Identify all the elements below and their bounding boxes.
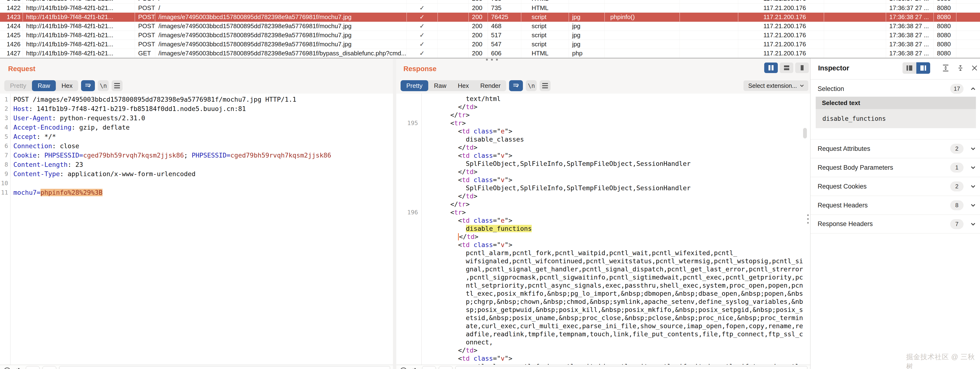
- inspector-section-request-cookies[interactable]: Request Cookies2: [810, 177, 980, 196]
- code-line[interactable]: 196 <tr>: [396, 208, 810, 216]
- code-line[interactable]: </td>: [396, 144, 810, 152]
- code-line[interactable]: ,pcntl_sigprocmask,pcntl_sigwaitinfo,pcn…: [396, 273, 810, 281]
- tab-pretty[interactable]: Pretty: [4, 80, 32, 91]
- code-line[interactable]: 11mochu7=phpinfo%28%29%3B: [0, 188, 393, 197]
- dock-left-button[interactable]: [902, 62, 916, 74]
- search-settings-gear-icon[interactable]: [14, 366, 23, 369]
- code-line[interactable]: SplFileObject,SplFileInfo,SplTempFileObj…: [396, 160, 810, 168]
- code-line[interactable]: 10: [0, 179, 393, 188]
- layout-columns-button[interactable]: [764, 62, 778, 73]
- code-line[interactable]: 195 <tr>: [396, 119, 810, 127]
- chevron-down-icon[interactable]: [968, 162, 978, 173]
- layout-rows-button[interactable]: [780, 62, 793, 73]
- response-scrollbar-thumb[interactable]: [803, 128, 807, 139]
- code-line[interactable]: etsid,&nbsp;posix_uname,&nbsp;proc_close…: [396, 314, 810, 322]
- code-line[interactable]: <td class="e">: [396, 216, 810, 225]
- layout-single-pane-button[interactable]: [795, 62, 809, 73]
- code-line[interactable]: disable_classes: [396, 135, 810, 144]
- word-wrap-toggle-button[interactable]: [509, 80, 523, 91]
- code-line[interactable]: 1POST /images/e7495003bbcd157800895dd782…: [0, 95, 393, 104]
- tab-raw[interactable]: Raw: [428, 80, 452, 91]
- splitter-handle-icon[interactable]: [486, 59, 498, 61]
- table-row[interactable]: 1426http://141fb1b9-7f48-42f1-b21...POST…: [0, 40, 980, 49]
- inspector-section-request-headers[interactable]: Request Headers8: [810, 196, 980, 214]
- code-line[interactable]: 3User-Agent: python-requests/2.31.0: [0, 113, 393, 123]
- code-line[interactable]: disable_functions: [396, 225, 810, 233]
- inspector-section-response-headers[interactable]: Response Headers7: [810, 214, 980, 233]
- code-line[interactable]: text/html: [396, 95, 810, 103]
- table-row[interactable]: 1425http://141fb1b9-7f48-42f1-b21...POST…: [0, 30, 980, 40]
- editor-menu-button[interactable]: [539, 80, 550, 91]
- extension-select-dropdown[interactable]: Select extension...: [743, 80, 808, 91]
- code-line[interactable]: tl_exec,posix_mkfifo,&nbsp;pg_lo_import,…: [396, 289, 810, 298]
- code-line[interactable]: 7Cookie: PHPSESSID=cged79bh59rvqh7kqsm2j…: [0, 150, 393, 160]
- tab-raw[interactable]: Raw: [32, 80, 56, 91]
- code-line[interactable]: </tr>: [396, 111, 810, 119]
- word-wrap-toggle-button[interactable]: [81, 80, 95, 91]
- inspector-section-request-attributes[interactable]: Request Attributes2: [810, 139, 980, 158]
- search-next-button[interactable]: [439, 366, 453, 369]
- table-row[interactable]: 1423http://141fb1b9-7f48-42f1-b21...POST…: [0, 13, 980, 21]
- search-next-button[interactable]: [43, 366, 56, 369]
- vertical-splitter[interactable]: [393, 59, 396, 369]
- dock-right-button[interactable]: [916, 62, 930, 74]
- code-line[interactable]: p;chgrp,&nbsp;chown,&nbsp;chmod,&nbsp;sy…: [396, 298, 810, 306]
- selection-section-header[interactable]: Selection 17: [810, 81, 980, 96]
- chevron-down-icon[interactable]: [968, 200, 978, 211]
- code-line[interactable]: onnect,: [396, 338, 810, 346]
- code-line[interactable]: </tr>: [396, 200, 810, 208]
- tab-hex[interactable]: Hex: [452, 80, 474, 91]
- search-settings-gear-icon[interactable]: [410, 366, 419, 369]
- code-line[interactable]: <td class="e">: [396, 127, 810, 135]
- table-row[interactable]: 1421http://141fb1b9-7f48-42f1-b21...POST…: [0, 0, 980, 3]
- request-editor[interactable]: 1POST /images/e7495003bbcd157800895dd782…: [0, 94, 393, 369]
- code-line[interactable]: 6Connection: close: [0, 141, 393, 150]
- show-newlines-button[interactable]: \n: [98, 80, 109, 91]
- code-line[interactable]: </td>: [396, 103, 810, 111]
- tab-render[interactable]: Render: [474, 80, 506, 91]
- code-line[interactable]: ate,curl_exec,curl_multi_exec,parse_ini_…: [396, 322, 810, 330]
- tab-pretty[interactable]: Pretty: [401, 80, 428, 91]
- code-line[interactable]: pcntl_alarm,pcntl_fork,pcntl_waitpid,pcn…: [396, 249, 810, 257]
- search-options-icon[interactable]: [3, 366, 11, 369]
- tab-hex[interactable]: Hex: [56, 80, 78, 91]
- expand-all-button[interactable]: [940, 63, 951, 73]
- code-line[interactable]: <td class="v">: [396, 152, 810, 160]
- selected-text-value[interactable]: disable_functions: [816, 109, 976, 128]
- code-line[interactable]: 5Accept: */*: [0, 132, 393, 141]
- show-newlines-button[interactable]: \n: [526, 80, 537, 91]
- code-line[interactable]: <td class="v">: [396, 176, 810, 184]
- code-line[interactable]: 9Content-Type: application/x-www-form-ur…: [0, 169, 393, 179]
- code-line[interactable]: wifsignaled,pcntl_wifcontinued,pcntl_wex…: [396, 257, 810, 265]
- table-row[interactable]: 1424http://141fb1b9-7f48-42f1-b21...POST…: [0, 21, 980, 30]
- code-line[interactable]: </td>: [396, 192, 810, 200]
- code-line[interactable]: sp;posix_getpwuid,&nbsp;posix_kill,&nbsp…: [396, 306, 810, 314]
- search-prev-button[interactable]: [422, 366, 436, 369]
- table-row[interactable]: 1422http://141fb1b9-7f48-42f1-b21...POST…: [0, 3, 980, 13]
- search-prev-button[interactable]: [26, 366, 40, 369]
- collapse-all-button[interactable]: [955, 63, 966, 73]
- code-line[interactable]: 2Host: 141fb1b9-7f48-42f1-b219-fb85184f0…: [0, 104, 393, 113]
- table-row[interactable]: 1427http://141fb1b9-7f48-42f1-b21...GET/…: [0, 49, 980, 58]
- search-options-icon[interactable]: [399, 366, 408, 369]
- response-editor[interactable]: text/html </td> </tr>195 <tr> <td class=…: [396, 94, 810, 369]
- response-search-input[interactable]: [455, 366, 807, 369]
- chevron-down-icon[interactable]: [968, 219, 978, 229]
- code-line[interactable]: <td class="v">: [396, 241, 810, 249]
- code-line[interactable]: 8Content-Length: 23: [0, 160, 393, 169]
- code-line[interactable]: </td>: [396, 168, 810, 176]
- editor-menu-button[interactable]: [111, 80, 123, 91]
- chevron-down-icon[interactable]: [968, 144, 978, 154]
- chevron-down-icon[interactable]: [968, 181, 978, 192]
- code-line[interactable]: SplFileObject,SplFileInfo,SplTempFileObj…: [396, 184, 810, 192]
- close-inspector-button[interactable]: [970, 63, 979, 73]
- code-line[interactable]: adfile,readlink,tmpfile,tempnam,touch,li…: [396, 330, 810, 338]
- code-line[interactable]: </td>: [396, 233, 810, 241]
- chevron-up-icon[interactable]: [968, 83, 978, 94]
- code-line[interactable]: ntl_setpriority,pcntl_async_signals,exec…: [396, 281, 810, 289]
- request-search-input[interactable]: [59, 366, 390, 369]
- code-line[interactable]: 4Accept-Encoding: gzip, deflate: [0, 123, 393, 132]
- code-line[interactable]: </td>: [396, 346, 810, 355]
- code-line[interactable]: gnal,pcntl_signal_get_handler,pcntl_sign…: [396, 265, 810, 273]
- code-line[interactable]: <td class="v">: [396, 355, 810, 363]
